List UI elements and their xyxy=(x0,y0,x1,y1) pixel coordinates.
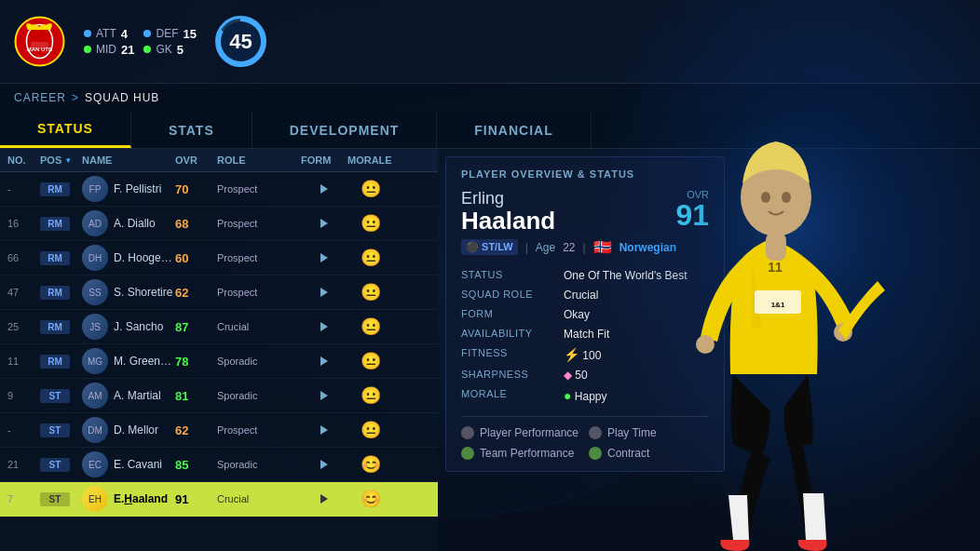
player-role: Crucial xyxy=(217,321,301,332)
player-role: Crucial xyxy=(217,493,301,504)
morale-icon: 😐 xyxy=(347,179,394,199)
status-key-morale: MORALE xyxy=(461,388,564,403)
svg-text:MAN UTD: MAN UTD xyxy=(27,47,53,52)
player-info: FP F. Pellistri xyxy=(82,176,175,202)
player-number: 16 xyxy=(7,218,40,229)
player-info: DH D. Hoogewerf xyxy=(82,245,175,271)
status-key-sharpness: SHARPNESS xyxy=(461,369,564,382)
squad-stats: ATT 4 DEF 15 MID 21 GK 5 xyxy=(84,27,197,57)
player-info: EH E.Haaland xyxy=(82,486,175,512)
player-ovr: 81 xyxy=(175,389,217,403)
tab-financial[interactable]: FINANCIAL xyxy=(437,112,591,148)
player-row[interactable]: 9 ST AM A. Martial 81 Sporadic 😐 xyxy=(0,379,438,413)
footer-team-performance: Team Performance xyxy=(461,447,581,460)
player-name: J. Sancho xyxy=(114,320,163,333)
player-avatar: AD xyxy=(82,210,108,236)
mid-label: MID xyxy=(96,43,116,56)
meta-separator: | xyxy=(525,241,528,254)
footer-label3: Team Performance xyxy=(480,447,574,460)
player-info: DM D. Mellor xyxy=(82,417,175,443)
player-ovr: 70 xyxy=(175,182,217,196)
form-arrow xyxy=(301,391,347,400)
footer-dot-green xyxy=(461,447,474,460)
tab-status[interactable]: STATUS xyxy=(0,112,131,148)
player-avatar: JS xyxy=(82,314,108,340)
tab-development[interactable]: DEVELOPMENT xyxy=(252,112,438,148)
status-key-avail: AVAILABILITY xyxy=(461,328,564,341)
player-row[interactable]: 66 RM DH D. Hoogewerf 60 Prospect 😐 xyxy=(0,241,438,276)
player-ovr: 87 xyxy=(175,320,217,334)
player-name: S. Shoretire xyxy=(114,286,172,299)
player-avatar: SS xyxy=(82,279,108,305)
morale-icon: 😐 xyxy=(347,248,394,268)
player-position: RM xyxy=(40,217,70,231)
player-avatar: EC xyxy=(82,451,108,477)
form-arrow xyxy=(301,288,347,297)
player-role: Prospect xyxy=(217,218,301,229)
svg-point-12 xyxy=(782,192,791,203)
morale-icon: 😐 xyxy=(347,420,394,440)
mid-stat: MID 21 xyxy=(84,43,134,57)
player-name: E.Haaland xyxy=(114,492,168,505)
form-arrow xyxy=(301,219,347,228)
tab-stats[interactable]: STATS xyxy=(131,112,252,148)
col-pos: Pos ▼ xyxy=(40,155,82,166)
player-row[interactable]: - RM FP F. Pellistri 70 Prospect 😐 xyxy=(0,172,438,207)
player-avatar: FP xyxy=(82,176,108,202)
player-row-selected[interactable]: 7 ST EH E.Haaland 91 Crucial 😊 xyxy=(0,482,438,517)
player-role: Prospect xyxy=(217,252,301,263)
player-position: RM xyxy=(40,286,70,300)
player-row[interactable]: 11 RM MG M. Greenwood 78 Sporadic 😐 xyxy=(0,344,438,379)
player-number: 11 xyxy=(7,356,40,367)
form-arrow xyxy=(301,425,347,435)
player-ovr: 60 xyxy=(175,251,217,265)
footer-label: Player Performance xyxy=(480,426,578,439)
morale-icon: 😐 xyxy=(347,385,394,406)
sort-arrow[interactable]: ▼ xyxy=(64,156,72,165)
overall-value: 45 xyxy=(229,30,252,54)
col-morale: Morale xyxy=(347,155,394,166)
svg-text:11: 11 xyxy=(768,260,783,275)
player-name: D. Hoogewerf xyxy=(114,251,175,264)
player-info: MG M. Greenwood xyxy=(82,348,175,374)
player-position: ST xyxy=(40,458,70,472)
diamond-icon: ◆ xyxy=(564,369,572,382)
player-row[interactable]: 16 RM AD A. Diallo 68 Prospect 😐 xyxy=(0,207,438,241)
player-row[interactable]: 25 RM JS J. Sancho 87 Crucial 😐 xyxy=(0,310,438,344)
status-key-role: SQUAD ROLE xyxy=(461,289,564,302)
player-number: - xyxy=(7,183,40,195)
gk-dot xyxy=(143,46,151,53)
player-role: Prospect xyxy=(217,183,301,195)
form-arrow xyxy=(301,460,347,469)
player-info: JS J. Sancho xyxy=(82,314,175,340)
col-ovr: OVR xyxy=(175,155,217,166)
status-key-status: STATUS xyxy=(461,269,564,282)
player-row[interactable]: - ST DM D. Mellor 62 Prospect 😐 xyxy=(0,413,438,448)
table-body[interactable]: - RM FP F. Pellistri 70 Prospect 😐 16 RM… xyxy=(0,172,438,551)
player-avatar: DM xyxy=(82,417,108,443)
meta-separator2: | xyxy=(583,241,586,254)
player-role: Prospect xyxy=(217,424,301,436)
morale-icon: 😐 xyxy=(347,351,394,371)
player-info: AM A. Martial xyxy=(82,383,175,409)
att-dot xyxy=(84,30,91,37)
status-key-form: FORM xyxy=(461,308,564,321)
player-name: D. Mellor xyxy=(114,423,158,437)
player-info: EC E. Cavani xyxy=(82,451,175,477)
player-number: 66 xyxy=(7,252,40,263)
player-row[interactable]: 47 RM SS S. Shoretire 62 Prospect 😐 xyxy=(0,276,438,310)
gk-stat: GK 5 xyxy=(143,43,196,57)
player-row[interactable]: 21 ST EC E. Cavani 85 Sporadic 😊 xyxy=(0,448,438,482)
def-stat: DEF 15 xyxy=(143,27,196,41)
player-number: 47 xyxy=(7,287,40,298)
form-arrow xyxy=(301,356,347,366)
player-role: Sporadic xyxy=(217,356,301,367)
table-header: No. Pos ▼ Name OVR Role Form Morale xyxy=(0,149,438,172)
player-number: 7 xyxy=(7,493,40,504)
morale-icon: 😊 xyxy=(347,489,394,509)
player-name: E. Cavani xyxy=(114,458,162,471)
player-position: ST xyxy=(40,389,70,403)
player-ovr: 62 xyxy=(175,423,217,437)
player-info: AD A. Diallo xyxy=(82,210,175,236)
player-number: 9 xyxy=(7,390,40,401)
